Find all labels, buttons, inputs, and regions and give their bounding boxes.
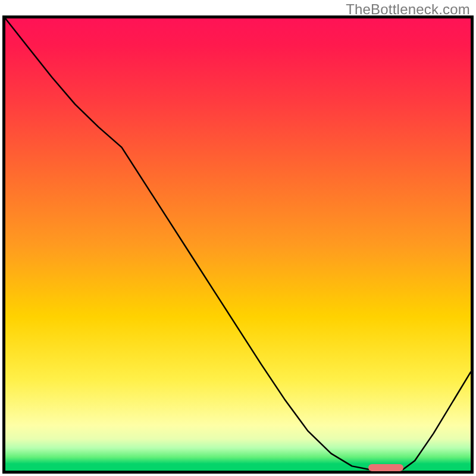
chart-frame <box>2 15 474 474</box>
chart-plot-area <box>5 18 471 471</box>
optimal-marker <box>368 464 403 471</box>
bottleneck-curve <box>5 18 471 471</box>
screenshot-root: TheBottleneck.com <box>0 0 476 476</box>
